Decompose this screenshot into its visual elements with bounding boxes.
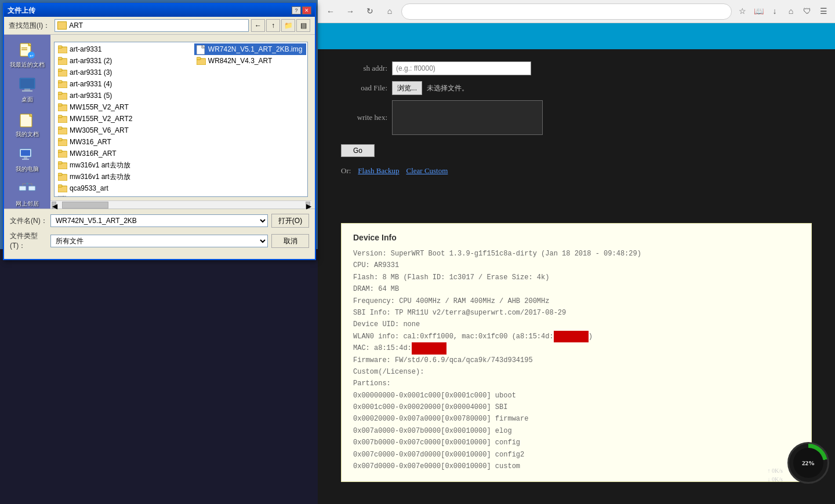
- sidebar-network[interactable]: 网上邻居: [8, 178, 47, 210]
- refresh-button[interactable]: ↻: [362, 3, 378, 20]
- file-item[interactable]: mw316v1 art去功放: [56, 159, 194, 171]
- file-item-selected[interactable]: WR742N_V5.1_ART_2KB.img: [194, 43, 306, 55]
- browser-area: ← → ↻ ⌂ ☆ 📖 ↓ ⌂ 🛡 ☰ sh addr: oad File: 浏…: [318, 0, 835, 504]
- redacted-2: ████: [412, 342, 446, 354]
- file-item[interactable]: mw316v1 art去功放: [56, 171, 194, 182]
- svg-rect-74: [58, 150, 62, 152]
- nav-new-folder-btn[interactable]: 📁: [281, 19, 295, 32]
- download-icon[interactable]: ↓: [768, 5, 782, 19]
- svg-rect-49: [19, 186, 26, 191]
- load-file-row: oad File: 浏览... 未选择文件。: [341, 81, 812, 96]
- di-line-5: Frequency: CPU 400MHz / RAM 400MHz / AHB…: [353, 295, 800, 307]
- nav-back-btn[interactable]: ←: [251, 19, 265, 32]
- di-line-18: 0x007c0000-0x007d0000[0x00010000] config…: [353, 449, 800, 461]
- di-line-13: 0x00000000-0x0001c000[0x0001c000] uboot: [353, 390, 800, 401]
- filetype-label: 文件类型(T)：: [10, 231, 50, 251]
- home2-icon[interactable]: ⌂: [784, 5, 798, 19]
- back-button[interactable]: ←: [322, 3, 339, 20]
- toolbar-nav-buttons: ← ↑ 📁 ▤: [251, 19, 310, 32]
- sidebar-recent[interactable]: ↩ 我最近的文档: [8, 39, 47, 71]
- forward-button[interactable]: →: [342, 3, 358, 20]
- bookmark-icon[interactable]: ☆: [735, 5, 749, 19]
- svg-rect-40: [20, 79, 34, 88]
- svg-rect-47: [24, 157, 27, 159]
- write-hex-textarea[interactable]: [392, 100, 543, 135]
- file-item[interactable]: art-ar9331: [56, 43, 194, 55]
- load-file-label: oad File:: [341, 81, 387, 96]
- di-line-1: Version: SuperWRT Boot 1.3.9-g1f151c8a-d…: [353, 248, 800, 260]
- file-item[interactable]: art-ar9331 (4): [56, 78, 194, 90]
- hscrollbar[interactable]: ◀ ▶: [50, 200, 311, 209]
- dialog-close-button[interactable]: ✕: [302, 6, 311, 14]
- file-item[interactable]: MW316R_ART: [56, 148, 194, 159]
- write-hex-label: write hex:: [341, 110, 387, 125]
- scroll-thumb[interactable]: [62, 202, 108, 209]
- browser-toolbar: ← → ↻ ⌂ ☆ 📖 ↓ ⌂ 🛡 ☰: [318, 0, 835, 23]
- file-list-container: art-ar9331 art-ar9331 (2) art-ar9331 (3): [50, 38, 311, 209]
- di-line-17: 0x007b0000-0x007c0000[0x00010000] config: [353, 437, 800, 448]
- menu-icon[interactable]: ☰: [816, 5, 830, 19]
- reader-icon[interactable]: 📖: [752, 5, 765, 19]
- scroll-left-btn[interactable]: ◀: [52, 202, 56, 209]
- file-item[interactable]: MW305R_V6_ART: [56, 125, 194, 136]
- svg-rect-70: [58, 127, 62, 129]
- flash-backup-link[interactable]: Flash Backup: [358, 163, 399, 178]
- svg-rect-50: [28, 186, 35, 191]
- file-item[interactable]: art-ar9331 (3): [56, 67, 194, 78]
- network-stats: ↑ 0K/s ↓ 0K/s: [768, 466, 783, 484]
- file-item[interactable]: qca9533_art: [56, 182, 194, 194]
- file-item[interactable]: MW155R_V2_ART2: [56, 113, 194, 125]
- svg-rect-60: [58, 69, 62, 71]
- flash-addr-row: sh addr:: [341, 61, 812, 76]
- file-item[interactable]: superwrt_boot_qca953x_20170305.img: [56, 194, 194, 197]
- svg-rect-48: [22, 159, 29, 160]
- home-button[interactable]: ⌂: [382, 3, 398, 20]
- go-button[interactable]: Go: [341, 144, 375, 157]
- file-item[interactable]: MW155R_V2_ART: [56, 101, 194, 113]
- file-item[interactable]: WR842N_V4.3_ART: [194, 55, 306, 67]
- nav-view-btn[interactable]: ▤: [296, 19, 310, 32]
- di-line-2: CPU: AR9331: [353, 260, 800, 271]
- device-info-panel: Device Info Version: SuperWRT Boot 1.3.9…: [341, 223, 812, 482]
- svg-rect-72: [58, 138, 62, 141]
- di-line-19: 0x007d0000-0x007e0000[0x00010000] custom: [353, 461, 800, 472]
- device-info-content: Version: SuperWRT Boot 1.3.9-g1f151c8a-d…: [353, 248, 800, 472]
- address-bar[interactable]: [401, 3, 732, 20]
- upload-speed: ↑ 0K/s: [768, 466, 783, 475]
- shield-icon[interactable]: 🛡: [800, 5, 814, 19]
- scroll-right-btn[interactable]: ▶: [306, 202, 310, 209]
- cancel-button[interactable]: 取消: [271, 234, 309, 248]
- file-item[interactable]: MW316_ART: [56, 136, 194, 148]
- location-combo[interactable]: ART: [55, 19, 249, 32]
- svg-text:↩: ↩: [30, 53, 34, 59]
- dialog-help-button[interactable]: ?: [292, 6, 301, 14]
- device-info-title: Device Info: [353, 233, 800, 242]
- filename-row: 文件名(N)： WR742N_V5.1_ART_2KB 打开(O): [10, 214, 309, 228]
- filetype-select[interactable]: 所有文件: [50, 235, 268, 247]
- sidebar-computer-icon: [18, 146, 37, 165]
- sidebar-computer[interactable]: 我的电脑: [8, 144, 47, 175]
- nav-up-btn[interactable]: ↑: [266, 19, 280, 32]
- clear-custom-link[interactable]: Clear Custom: [406, 163, 448, 178]
- svg-rect-56: [58, 46, 62, 48]
- filename-input[interactable]: WR742N_V5.1_ART_2KB: [50, 214, 268, 227]
- svg-rect-46: [21, 150, 30, 156]
- sidebar-desktop[interactable]: 桌面: [8, 74, 47, 105]
- di-line-3: Flash: 8 MB (Flash ID: 1c3017 / Erase Si…: [353, 272, 800, 283]
- svg-point-54: [26, 182, 28, 185]
- open-button[interactable]: 打开(O): [271, 214, 309, 228]
- browse-button[interactable]: 浏览...: [392, 81, 422, 95]
- flash-addr-label: sh addr:: [341, 61, 387, 76]
- folder-icon: [57, 21, 67, 30]
- svg-rect-68: [58, 115, 62, 118]
- file-list[interactable]: art-ar9331 art-ar9331 (2) art-ar9331 (3): [54, 42, 308, 197]
- filename-label: 文件名(N)：: [10, 216, 50, 226]
- svg-rect-42: [22, 90, 32, 92]
- di-line-10: Firmware: FW/std/0.6.9/qca/qca9k/743d934…: [353, 355, 800, 366]
- flash-addr-input[interactable]: [392, 61, 531, 75]
- file-item[interactable]: art-ar9331 (5): [56, 90, 194, 101]
- network-monitor-widget: 22%: [787, 442, 829, 484]
- folder-icon-sm: [58, 184, 67, 192]
- sidebar-documents[interactable]: 我的文档: [8, 109, 47, 140]
- file-item[interactable]: art-ar9331 (2): [56, 55, 194, 67]
